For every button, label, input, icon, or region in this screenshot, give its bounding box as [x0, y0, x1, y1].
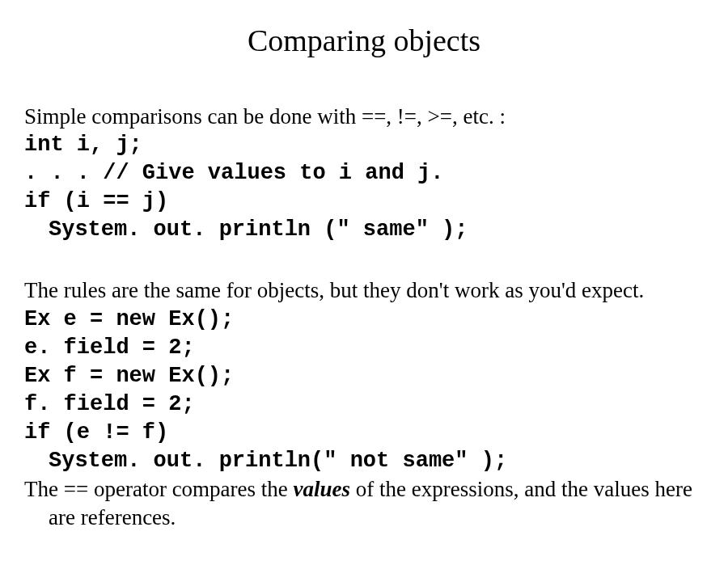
p2-footer-b: of the expressions, and the values here — [350, 477, 692, 501]
p2-code-line-6: System. out. println(" not same" ); — [24, 447, 704, 475]
p2-footer-a: The == operator compares the — [24, 477, 294, 501]
p2-footer-c: are references. — [24, 504, 704, 532]
p2-code-line-4: f. field = 2; — [24, 390, 704, 419]
slide-title: Comparing objects — [24, 23, 704, 58]
slide-container: Comparing objects Simple comparisons can… — [0, 0, 728, 548]
p1-code-line-4: System. out. println (" same" ); — [24, 216, 704, 244]
p2-footer-line-1: The == operator compares the values of t… — [24, 475, 704, 504]
p1-code-line-3: if (i == j) — [24, 188, 704, 216]
p1-code-line-2: . . . // Give values to i and j. — [24, 159, 704, 188]
p1-intro: Simple comparisons can be done with ==, … — [24, 103, 704, 131]
paragraph-1: Simple comparisons can be done with ==, … — [24, 103, 704, 244]
p2-intro: The rules are the same for objects, but … — [24, 276, 704, 305]
p2-code-line-5: if (e != f) — [24, 419, 704, 447]
p2-footer-em: values — [294, 477, 351, 501]
p2-code-line-2: e. field = 2; — [24, 334, 704, 362]
p2-code-line-1: Ex e = new Ex(); — [24, 306, 704, 334]
paragraph-2: The rules are the same for objects, but … — [24, 276, 704, 532]
p2-code-line-3: Ex f = new Ex(); — [24, 362, 704, 390]
p1-code-line-1: int i, j; — [24, 131, 704, 159]
slide-body: Simple comparisons can be done with ==, … — [24, 103, 704, 532]
